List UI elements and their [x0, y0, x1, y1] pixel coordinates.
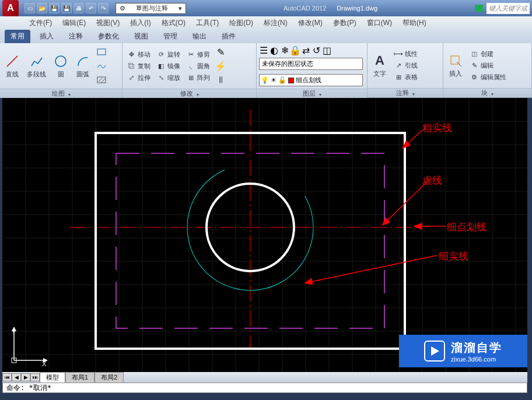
document-name: Drawing1.dwg — [337, 5, 377, 12]
polyline-button[interactable]: 多段线 — [24, 52, 48, 80]
undo-icon[interactable]: ↶ — [86, 3, 96, 13]
layer-dropdown[interactable]: 💡 ☀ 🔓 细点划线 — [259, 74, 363, 86]
circle-button[interactable]: 圆 — [51, 52, 71, 80]
current-layer-name: 细点划线 — [296, 76, 321, 85]
edit-block-button[interactable]: ✎编辑 — [468, 61, 508, 71]
trim-label: 修剪 — [197, 50, 210, 59]
menu-insert[interactable]: 插入(I) — [130, 18, 150, 28]
layer-lock-icon[interactable]: 🔒 — [290, 45, 300, 55]
mirror-button[interactable]: ◧镜像 — [155, 61, 182, 71]
tab-next-icon[interactable]: ▶ — [21, 373, 30, 381]
create-block-button[interactable]: ◫创建 — [468, 49, 508, 59]
spline-icon[interactable] — [95, 59, 108, 72]
explode-icon[interactable]: ⚡ — [214, 59, 227, 72]
panel-annotation-title: 注释 — [396, 89, 409, 97]
insert-block-button[interactable]: 插入 — [446, 52, 466, 79]
menu-window[interactable]: 窗口(W) — [367, 18, 392, 28]
table-button[interactable]: ⊞表格 — [392, 72, 419, 83]
tab-output[interactable]: 输出 — [187, 30, 212, 43]
ribbon: 直线 多段线 圆 圆弧 绘图 ✥移动 ⿻复制 ⤢拉伸 ⟳旋转 ◧镜像 ⤡缩放 — [0, 43, 532, 98]
tab-view[interactable]: 视图 — [128, 30, 154, 43]
menu-param[interactable]: 参数(P) — [333, 18, 356, 28]
title-bar: A ▭ 📂 💾 💾 🖶 ↶ ↷ ⚙ 草图与注释 ▾ AutoCAD 2012 D… — [0, 0, 532, 16]
layer-props-icon[interactable]: ☰ — [259, 45, 268, 55]
layer-state-dropdown[interactable]: 未保存的图层状态 — [259, 58, 363, 70]
search-input[interactable]: 键入关键字或 — [487, 3, 530, 14]
drawing-canvas[interactable]: 粗实线 虚线 细点划线 细实线 X Y — [2, 98, 527, 372]
workspace-label: 草图与注释 — [136, 4, 168, 13]
saveas-icon[interactable]: 💾 — [61, 3, 72, 13]
play-icon[interactable] — [475, 5, 483, 12]
circle-label: 圆 — [58, 70, 64, 79]
layer-freeze-icon[interactable]: ❄ — [280, 45, 289, 55]
open-icon[interactable]: 📂 — [37, 3, 47, 13]
menu-dim[interactable]: 标注(N) — [264, 18, 288, 28]
watermark-play-icon — [424, 341, 445, 362]
print-icon[interactable]: 🖶 — [74, 3, 84, 13]
trim-button[interactable]: ✂修剪 — [184, 49, 212, 59]
layer-prev-icon[interactable]: ↺ — [312, 45, 321, 55]
menu-tools[interactable]: 工具(T) — [196, 18, 219, 28]
edit-attr-button[interactable]: ⚙编辑属性 — [468, 72, 508, 83]
leader-button[interactable]: ↗引线 — [392, 61, 419, 71]
move-button[interactable]: ✥移动 — [125, 49, 152, 59]
tab-first-icon[interactable]: ⏮ — [2, 373, 12, 381]
menu-format[interactable]: 格式(O) — [162, 18, 186, 28]
copy-button[interactable]: ⿻复制 — [125, 61, 152, 71]
menu-view[interactable]: 视图(V) — [96, 18, 120, 28]
tab-insert[interactable]: 插入 — [34, 30, 60, 43]
workspace-dropdown[interactable]: ⚙ 草图与注释 ▾ — [116, 3, 186, 14]
panel-block-title: 块 — [481, 89, 488, 97]
stretch-label: 拉伸 — [138, 73, 150, 82]
offset-icon[interactable]: ⫴ — [214, 73, 227, 86]
tab-layout2[interactable]: 布局2 — [94, 372, 124, 383]
mirror-label: 镜像 — [167, 62, 180, 71]
tab-manage[interactable]: 管理 — [158, 30, 183, 43]
text-button[interactable]: A文字 — [370, 52, 390, 79]
layer-iso-icon[interactable]: ◫ — [322, 45, 331, 55]
line-label: 直线 — [6, 70, 19, 79]
tab-prev-icon[interactable]: ◀ — [12, 373, 21, 381]
layer-off-icon[interactable]: ◐ — [270, 45, 279, 55]
new-icon[interactable]: ▭ — [24, 3, 35, 13]
array-label: 阵列 — [197, 73, 210, 82]
layer-match-icon[interactable]: ⇄ — [301, 45, 310, 55]
menu-draw[interactable]: 绘图(D) — [229, 18, 253, 28]
tab-last-icon[interactable]: ⏭ — [30, 373, 40, 381]
fillet-button[interactable]: ◟圆角 — [184, 61, 212, 71]
svg-marker-56 — [431, 346, 439, 356]
erase-icon[interactable]: ✎ — [214, 45, 227, 58]
menu-file[interactable]: 文件(F) — [29, 18, 52, 28]
dim-linear-button[interactable]: ⟼线性 — [392, 49, 419, 59]
rect-icon[interactable] — [95, 45, 108, 58]
line-button[interactable]: 直线 — [2, 52, 22, 80]
svg-line-4 — [99, 78, 102, 82]
hatch-icon[interactable] — [95, 73, 108, 86]
svg-line-50 — [312, 255, 437, 282]
menu-modify[interactable]: 修改(M) — [298, 18, 323, 28]
tab-addins[interactable]: 插件 — [216, 30, 242, 43]
tab-annotate[interactable]: 注释 — [63, 30, 89, 43]
array-button[interactable]: ⊞阵列 — [184, 72, 212, 83]
menu-edit[interactable]: 编辑(E) — [62, 18, 86, 28]
menu-bar: 文件(F) 编辑(E) 视图(V) 插入(I) 格式(O) 工具(T) 绘图(D… — [0, 16, 532, 29]
svg-rect-2 — [97, 49, 106, 55]
arc-button[interactable]: 圆弧 — [73, 52, 93, 80]
save-icon[interactable]: 💾 — [49, 3, 60, 13]
rotate-label: 旋转 — [167, 50, 180, 59]
lock-icon: 🔓 — [278, 76, 286, 84]
stretch-button[interactable]: ⤢拉伸 — [125, 72, 152, 83]
edit-label: 编辑 — [481, 61, 494, 70]
app-logo[interactable]: A — [2, 0, 19, 16]
tab-layout1[interactable]: 布局1 — [65, 372, 94, 383]
scale-button[interactable]: ⤡缩放 — [155, 72, 182, 83]
tab-model[interactable]: 模型 — [40, 372, 65, 383]
layout-tabs: ⏮ ◀ ▶ ⏭ 模型 布局1 布局2 — [2, 372, 527, 383]
command-line[interactable]: 命令: *取消* — [2, 383, 527, 393]
tab-parametric[interactable]: 参数化 — [92, 30, 125, 43]
redo-icon[interactable]: ↷ — [98, 3, 108, 13]
canvas-svg — [2, 98, 527, 372]
rotate-button[interactable]: ⟳旋转 — [155, 49, 182, 59]
menu-help[interactable]: 帮助(H) — [402, 18, 426, 28]
tab-home[interactable]: 常用 — [5, 30, 30, 43]
